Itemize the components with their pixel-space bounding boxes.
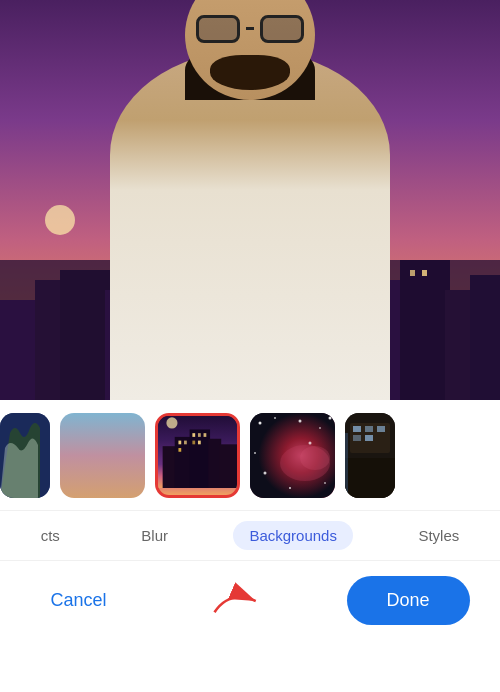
thumbnail-partial-left[interactable] [0,413,50,498]
thumbnail-city-night[interactable] [155,413,240,498]
svg-rect-41 [192,433,195,437]
svg-rect-64 [377,426,385,432]
tab-backgrounds[interactable]: Backgrounds [233,521,353,550]
svg-point-53 [254,452,256,454]
svg-rect-65 [353,435,361,441]
thumbnail-gradient[interactable] [60,413,145,498]
tab-navigation: cts Blur Backgrounds Styles [0,510,500,560]
svg-point-52 [329,416,332,419]
glasses-right-frame [260,15,304,43]
svg-point-57 [289,487,291,489]
tab-effects[interactable]: cts [25,521,76,550]
svg-rect-44 [192,440,195,444]
tab-blur[interactable]: Blur [125,521,184,550]
person-body [110,50,390,400]
svg-rect-38 [178,440,181,444]
svg-rect-42 [198,433,201,437]
svg-point-54 [264,471,267,474]
thumbnail-building[interactable] [345,413,395,498]
svg-point-48 [259,421,262,424]
svg-rect-36 [208,438,221,487]
glasses-left-frame [196,15,240,43]
svg-point-49 [274,417,276,419]
glasses-bridge [246,27,254,30]
svg-rect-40 [178,448,181,452]
cancel-button[interactable]: Cancel [30,580,126,621]
svg-point-56 [309,441,312,444]
svg-rect-39 [184,440,187,444]
svg-rect-68 [345,433,348,498]
arrow-indicator [207,581,267,621]
svg-point-55 [324,482,326,484]
svg-rect-35 [190,429,210,488]
svg-rect-45 [198,440,201,444]
svg-rect-66 [365,435,373,441]
svg-rect-37 [219,444,237,488]
video-preview [0,0,500,400]
done-button[interactable]: Done [347,576,470,625]
svg-point-59 [300,446,330,470]
svg-rect-43 [204,433,207,437]
bottom-actions: Cancel Done [0,560,500,640]
person-glasses [195,15,305,43]
tab-styles[interactable]: Styles [402,521,475,550]
person-beard [210,55,290,90]
svg-point-51 [319,427,321,429]
svg-rect-63 [365,426,373,432]
svg-rect-67 [345,458,395,498]
svg-point-50 [299,419,302,422]
svg-rect-34 [175,436,192,487]
thumbnail-space[interactable] [250,413,335,498]
thumbnail-strip [0,400,500,510]
person-figure-container [0,0,500,400]
svg-rect-33 [163,446,177,488]
svg-rect-62 [353,426,361,432]
svg-point-46 [166,417,177,428]
